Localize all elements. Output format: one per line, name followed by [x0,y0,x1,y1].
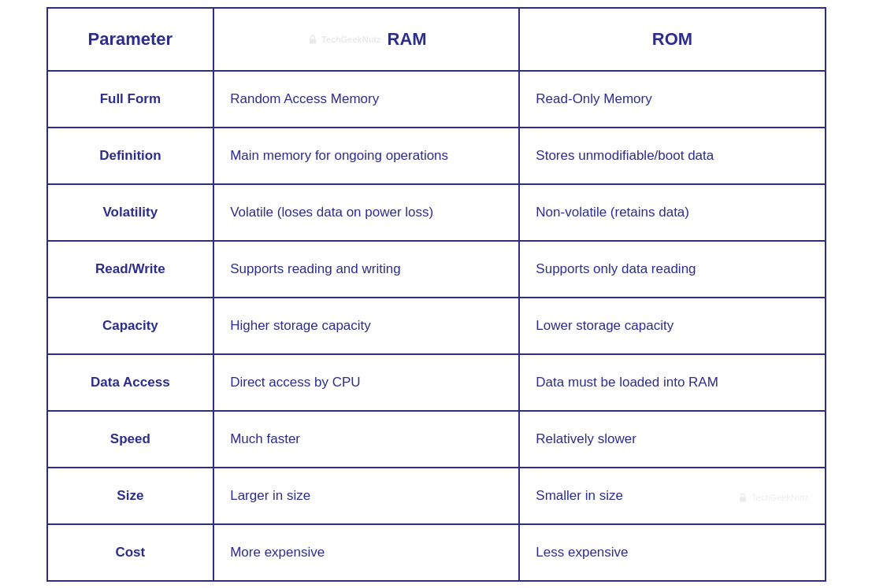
rom-value: Less expensive [536,545,628,560]
rom-value: Smaller in size [536,488,623,503]
ram-cell-definition: Main memory for ongoing operations [213,128,519,184]
ram-value: Random Access Memory [230,91,379,106]
rom-value: Non-volatile (retains data) [536,205,689,220]
header-rom-label: ROM [652,29,692,49]
watermark-ram: TechGeekNutz [306,33,381,46]
comparison-table-wrapper: Parameter TechGeekNutz RAM [46,7,826,582]
param-label: Cost [115,545,145,560]
param-label: Data Access [91,375,170,390]
param-cell-capacity: Capacity [47,298,214,354]
param-cell-full-form: Full Form [47,71,214,128]
table-row: Full Form Random Access Memory Read-Only… [47,71,826,128]
header-ram-label: RAM [388,29,427,50]
svg-rect-0 [310,39,316,43]
ram-value: Supports reading and writing [230,261,400,276]
rom-cell-readwrite: Supports only data reading [519,241,825,298]
rom-value: Read-Only Memory [536,91,651,106]
rom-cell-full-form: Read-Only Memory [519,71,825,128]
header-ram-cell: TechGeekNutz RAM [213,8,519,71]
param-cell-readwrite: Read/Write [47,241,214,298]
rom-value: Supports only data reading [536,261,696,276]
ram-cell-speed: Much faster [213,411,519,468]
ram-value: More expensive [230,545,325,560]
rom-value: Lower storage capacity [536,318,673,333]
table-row: Volatility Volatile (loses data on power… [47,184,826,241]
ram-cell-volatility: Volatile (loses data on power loss) [213,184,519,241]
svg-rect-1 [740,497,746,501]
param-label: Size [117,488,143,503]
ram-rom-table: Parameter TechGeekNutz RAM [46,7,826,582]
param-label: Definition [99,148,161,163]
table-row: Read/Write Supports reading and writing … [47,241,826,298]
ram-value: Higher storage capacity [230,318,371,333]
table-header-row: Parameter TechGeekNutz RAM [47,8,826,71]
table-row: Data Access Direct access by CPU Data mu… [47,354,826,411]
rom-cell-definition: Stores unmodifiable/boot data [519,128,825,184]
param-cell-data-access: Data Access [47,354,214,411]
ram-cell-full-form: Random Access Memory [213,71,519,128]
param-label: Capacity [102,318,158,333]
param-cell-size: Size [47,468,214,524]
param-cell-cost: Cost [47,524,214,581]
rom-cell-size: Smaller in size TechGeekNutz [519,468,825,524]
param-label: Speed [110,431,150,446]
ram-value: Larger in size [230,488,310,503]
watermark-rom: TechGeekNutz [737,491,808,504]
table-row: Definition Main memory for ongoing opera… [47,128,826,184]
ram-value: Main memory for ongoing operations [230,148,448,163]
rom-cell-capacity: Lower storage capacity [519,298,825,354]
rom-cell-data-access: Data must be loaded into RAM [519,354,825,411]
table-row: Speed Much faster Relatively slower [47,411,826,468]
lock-icon-2 [737,491,749,504]
rom-cell-volatility: Non-volatile (retains data) [519,184,825,241]
param-cell-volatility: Volatility [47,184,214,241]
header-rom-cell: ROM [519,8,825,71]
header-parameter: Parameter [47,8,214,71]
rom-value: Data must be loaded into RAM [536,375,718,390]
ram-cell-readwrite: Supports reading and writing [213,241,519,298]
rom-cell-cost: Less expensive [519,524,825,581]
lock-icon [306,33,319,46]
ram-value: Much faster [230,431,300,446]
ram-cell-size: Larger in size [213,468,519,524]
ram-value: Direct access by CPU [230,375,360,390]
header-parameter-label: Parameter [88,29,173,49]
table-row: Capacity Higher storage capacity Lower s… [47,298,826,354]
param-label: Read/Write [95,261,165,276]
ram-value: Volatile (loses data on power loss) [230,205,433,220]
ram-cell-data-access: Direct access by CPU [213,354,519,411]
param-label: Volatility [103,205,158,220]
ram-cell-cost: More expensive [213,524,519,581]
rom-value: Stores unmodifiable/boot data [536,148,714,163]
ram-cell-capacity: Higher storage capacity [213,298,519,354]
param-label: Full Form [100,91,161,106]
table-row: Cost More expensive Less expensive [47,524,826,581]
rom-value: Relatively slower [536,431,636,446]
param-cell-speed: Speed [47,411,214,468]
param-cell-definition: Definition [47,128,214,184]
rom-cell-speed: Relatively slower [519,411,825,468]
table-row: Size Larger in size Smaller in size Tech… [47,468,826,524]
